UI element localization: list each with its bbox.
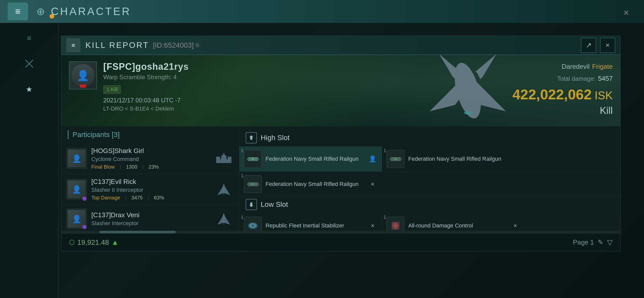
item-name: Federation Navy Small Rifled Railgun: [408, 155, 501, 163]
participant-avatar: 👤: [66, 148, 87, 169]
participant-ship: Slasher Interceptor: [91, 220, 214, 227]
low-slot-header: Low Slot: [239, 197, 620, 213]
corp-icon: [82, 225, 86, 229]
page-label: Page 1: [573, 238, 594, 246]
svg-rect-26: [390, 158, 392, 160]
header-bar-accent: [68, 130, 69, 139]
svg-rect-22: [247, 158, 249, 160]
participant-pct: 23%: [149, 164, 159, 170]
high-slot-row-2: 1 Federation Navy Small Rifled Railgun ×: [239, 172, 620, 197]
footer-value: ⬡ 19,921.48 ▲: [69, 238, 119, 247]
high-slot-row-1: 1 Federation Navy Small Rifled Railgun 👤: [239, 146, 620, 172]
participant-ship: Slasher II Interceptor: [91, 187, 214, 193]
participants-count: [3]: [112, 131, 120, 139]
scrollbar-thumb[interactable]: [99, 231, 176, 233]
slot-number: 1: [241, 173, 243, 179]
svg-rect-23: [257, 158, 259, 160]
high-slot-item-1-right[interactable]: 1 Federation Navy Small Rifled Railgun: [382, 146, 524, 171]
item-icon: [244, 150, 262, 168]
participant-face-placeholder: 👤: [68, 150, 85, 167]
main-area: ≡ KILL REPORT [ID:6524003] ⎘ ↗ × 👤: [58, 23, 644, 298]
app-close-button[interactable]: ×: [619, 5, 634, 20]
high-slot-icon: [246, 132, 257, 143]
kill-outcome: Kill: [513, 105, 613, 116]
participant-face-placeholder: 👤: [68, 180, 85, 198]
high-slot-header: High Slot: [239, 130, 620, 146]
low-slot-title: Low Slot: [261, 200, 288, 209]
sidebar-item-star[interactable]: ★: [19, 79, 39, 99]
page-indicator: Page 1 ✎ ▽: [573, 238, 613, 247]
participant-item[interactable]: 👤 [C137]Drax Veni Slasher Interceptor: [61, 205, 239, 233]
participant-ship-icon: [214, 211, 234, 226]
item-close-icon[interactable]: ×: [511, 221, 520, 230]
svg-marker-11: [219, 153, 229, 163]
page-edit-icon[interactable]: ✎: [598, 238, 603, 246]
svg-rect-27: [400, 158, 402, 160]
external-icon: ↗: [586, 41, 592, 49]
svg-rect-13: [228, 157, 231, 163]
svg-marker-8: [476, 55, 496, 78]
sidebar-item-combat[interactable]: [19, 53, 39, 74]
top-bar-menu-button[interactable]: ≡: [8, 3, 28, 20]
participant-tags: Final Blow | 1300 | 23%: [91, 164, 214, 170]
participants-panel: Participants [3] 👤 [HOGS]Shark Girl Cycl…: [61, 126, 239, 233]
app-title: CHARACTER: [51, 5, 131, 18]
top-damage-label: Top Damage: [91, 195, 120, 201]
low-slot-item-1-right[interactable]: 1 All-round Damage Control ×: [382, 213, 524, 233]
scrollbar-track: [61, 231, 620, 233]
modal-header: ≡ KILL REPORT [ID:6524003] ⎘ ↗ ×: [61, 36, 620, 55]
corp-icon: [82, 197, 86, 201]
participant-details: [C137]Evil Rick Slasher II Interceptor T…: [91, 178, 214, 201]
footer-amount: 19,921.48: [77, 238, 109, 247]
enemy-indicator: [80, 85, 86, 88]
external-link-button[interactable]: ↗: [581, 38, 596, 53]
slots-panel: High Slot 1: [239, 126, 620, 233]
item-name: All-round Damage Control: [408, 222, 473, 229]
pilot-avatar[interactable]: 👤: [69, 61, 97, 89]
svg-rect-30: [247, 183, 249, 185]
high-slot-item-1-left[interactable]: 1 Federation Navy Small Rifled Railgun 👤: [239, 146, 382, 171]
close-icon: ×: [606, 41, 610, 49]
participant-damage: 1300: [126, 164, 137, 170]
high-slot-title: High Slot: [261, 134, 290, 142]
vitruvian-icon: ⊕: [33, 4, 48, 19]
kill-banner: 👤 [FSPC]gosha21rys Warp Scramble Strengt…: [61, 55, 620, 126]
kill-report-modal: ≡ KILL REPORT [ID:6524003] ⎘ ↗ × 👤: [61, 36, 621, 251]
modal-menu-icon: ≡: [71, 42, 75, 49]
svg-point-32: [252, 183, 254, 185]
participant-ship-icon: [214, 182, 234, 197]
modal-menu-button[interactable]: ≡: [66, 38, 80, 52]
item-action-icon[interactable]: 👤: [368, 154, 377, 164]
low-slot-item-1-left[interactable]: 1 Republic Fleet Inertial Stabilizer ×: [239, 213, 382, 233]
sidebar-item-menu[interactable]: ≡: [19, 28, 39, 48]
modal-title: KILL REPORT: [85, 40, 149, 50]
item-close-icon[interactable]: ×: [368, 221, 377, 230]
high-slot-item-2[interactable]: 1 Federation Navy Small Rifled Railgun ×: [239, 172, 382, 197]
participant-item[interactable]: 👤 [HOGS]Shark Girl Cyclone Command Final…: [61, 143, 239, 174]
participant-ship-icon: [214, 151, 234, 166]
slot-number: 1: [241, 215, 243, 220]
svg-marker-3: [430, 79, 465, 111]
participant-name: [C137]Evil Rick: [91, 178, 214, 186]
slot-number: 1: [241, 148, 243, 153]
item-name: Republic Fleet Inertial Stabilizer: [266, 222, 344, 229]
low-slot-row-1: 1 Republic Fleet Inertial Stabilizer ×: [239, 213, 620, 233]
slot-number: 1: [384, 215, 386, 220]
item-close-icon[interactable]: ×: [368, 180, 377, 189]
footer-currency-icon: ⬡: [69, 238, 75, 246]
copy-icon[interactable]: ⎘: [196, 42, 199, 49]
slot-number: 1: [384, 148, 386, 153]
modal-close-button[interactable]: ×: [600, 38, 615, 53]
footer-arrow: ▲: [112, 238, 119, 247]
item-name: Federation Navy Small Rifled Railgun: [266, 155, 359, 163]
pilot-face-placeholder: 👤: [71, 64, 94, 87]
participants-title: Participants: [72, 131, 110, 139]
filter-icon[interactable]: ▽: [607, 238, 613, 247]
svg-rect-31: [257, 183, 259, 185]
svg-point-28: [394, 158, 397, 160]
svg-rect-12: [216, 157, 220, 163]
modal-id: [ID:6524003]: [153, 41, 194, 49]
participant-name: [C137]Drax Veni: [91, 211, 214, 219]
participant-item[interactable]: 👤 [C137]Evil Rick Slasher II Interceptor…: [61, 174, 239, 205]
top-bar: ≡ ⊕ CHARACTER ×: [0, 0, 644, 23]
